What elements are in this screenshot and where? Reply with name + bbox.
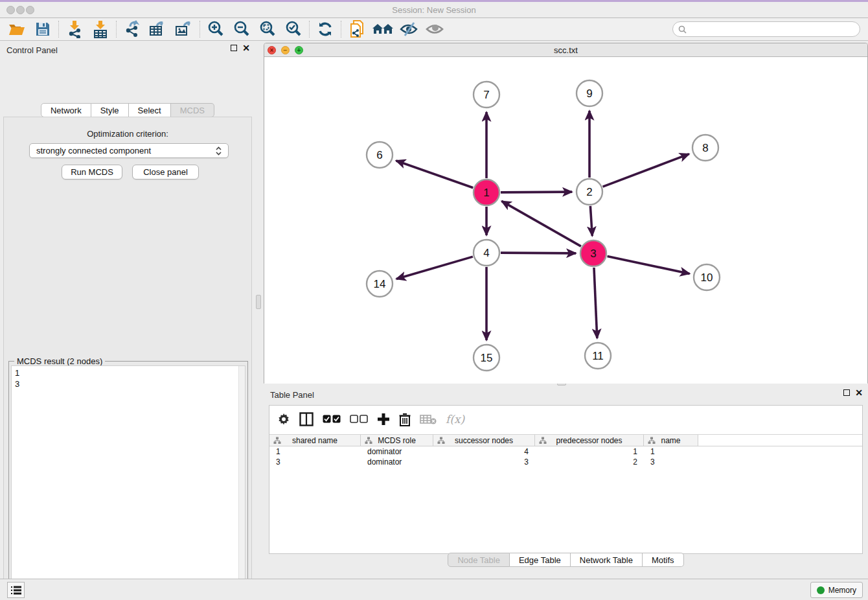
table-toolbar: f(x)	[269, 406, 862, 434]
select-all-icon[interactable]	[323, 411, 341, 428]
network-window-titlebar[interactable]: × − + scc.txt	[264, 43, 867, 57]
close-panel-icon[interactable]: ✕	[242, 45, 250, 51]
graph-edge-3-1[interactable]	[501, 201, 580, 246]
add-column-icon[interactable]	[377, 411, 390, 428]
control-panel-title: Control Panel	[6, 45, 58, 55]
status-bar: Memory	[0, 579, 868, 600]
table-cell: dominator	[361, 446, 433, 457]
memory-label: Memory	[828, 586, 856, 595]
table-tabs: Node TableEdge TableNetwork TableMotifs	[264, 553, 868, 567]
control-panel: Control Panel ✕ NetworkStyleSelectMCDS O…	[0, 41, 255, 579]
show-all-icon[interactable]	[422, 19, 448, 39]
float-table-panel-icon[interactable]	[843, 389, 850, 396]
close-table-panel-icon[interactable]: ✕	[855, 389, 863, 396]
column-header-predecessor-nodes[interactable]: predecessor nodes	[535, 435, 644, 446]
column-header-shared-name[interactable]: shared name	[269, 435, 361, 446]
network-view-window: × − + scc.txt 7968124314101511	[264, 43, 868, 384]
table-cell: dominator	[361, 457, 433, 467]
graph-edge-2-8[interactable]	[603, 154, 689, 187]
search-field[interactable]	[672, 21, 860, 37]
zoom-out-icon[interactable]	[229, 19, 255, 39]
table-cell: 3	[644, 457, 698, 467]
select-stepper-icon	[216, 146, 222, 156]
memory-button[interactable]: Memory	[810, 582, 863, 598]
column-view-icon[interactable]	[299, 411, 314, 428]
toolbar-separator	[341, 21, 341, 38]
open-session-icon[interactable]	[4, 19, 30, 39]
column-type-icon	[437, 437, 445, 444]
export-table-icon[interactable]	[145, 19, 171, 39]
tab-node-table[interactable]: Node Table	[448, 553, 510, 567]
column-type-icon	[648, 437, 656, 444]
close-panel-button[interactable]: Close panel	[132, 165, 199, 179]
graph-edge-4-3[interactable]	[501, 253, 576, 253]
float-panel-icon[interactable]	[231, 45, 237, 51]
tab-select[interactable]: Select	[129, 103, 171, 117]
column-header-MCDS-role[interactable]: MCDS role	[361, 435, 433, 446]
zoom-fit-icon[interactable]	[255, 19, 280, 39]
zoom-in-icon[interactable]	[203, 19, 229, 39]
mcds-result-group: MCDS result (2 nodes) 1 3	[8, 361, 248, 600]
column-label: name	[661, 436, 680, 445]
delete-column-icon[interactable]	[399, 411, 411, 428]
graph-edge-1-2[interactable]	[501, 192, 572, 192]
save-session-icon[interactable]	[30, 19, 56, 39]
mcds-result-text[interactable]: 1 3	[11, 365, 246, 600]
export-network-icon[interactable]	[119, 19, 145, 39]
result-scrollbar[interactable]	[238, 366, 245, 600]
import-network-icon[interactable]	[62, 19, 87, 39]
table-header-row: shared nameMCDS rolesuccessor nodesprede…	[269, 434, 862, 446]
network-from-selection-icon[interactable]	[344, 19, 370, 39]
delete-table-icon	[420, 411, 437, 428]
criterion-selected-value: strongly connected component	[36, 146, 151, 156]
graph-edge-3-10[interactable]	[608, 257, 690, 274]
graph-node-label-9: 9	[586, 87, 592, 100]
column-label: MCDS role	[378, 436, 416, 445]
toolbar-separator	[309, 21, 310, 38]
tab-network[interactable]: Network	[41, 103, 91, 117]
column-header-name[interactable]: name	[644, 435, 698, 446]
table-cell: 2	[535, 457, 644, 467]
table-panel-title: Table Panel	[270, 390, 314, 400]
search-icon	[678, 25, 687, 34]
hide-selected-icon[interactable]	[396, 19, 422, 39]
node-table-container: f(x) shared nameMCDS rolesuccessor nodes…	[269, 405, 863, 554]
graph-edge-4-14[interactable]	[396, 257, 473, 279]
table-row[interactable]: 3dominator323	[269, 457, 862, 467]
graph-node-label-10: 10	[701, 271, 713, 284]
table-cell: 1	[644, 446, 698, 457]
table-settings-icon[interactable]	[277, 411, 290, 428]
refresh-layout-icon[interactable]	[312, 19, 338, 39]
table-cell: 3	[269, 457, 361, 467]
deselect-all-icon[interactable]	[350, 411, 368, 428]
tab-motifs[interactable]: Motifs	[643, 553, 684, 567]
toolbar-separator	[200, 21, 200, 38]
graph-edge-1-6[interactable]	[396, 161, 473, 188]
tab-network-table[interactable]: Network Table	[571, 553, 643, 567]
network-canvas-svg[interactable]: 7968124314101511	[264, 57, 867, 384]
table-row[interactable]: 1dominator411	[269, 446, 862, 457]
tab-style[interactable]: Style	[91, 103, 129, 117]
tab-edge-table[interactable]: Edge Table	[510, 553, 571, 567]
run-mcds-button[interactable]: Run MCDS	[62, 165, 122, 179]
toolbar-separator	[116, 21, 117, 38]
export-image-icon[interactable]	[171, 19, 197, 39]
vertical-split-handle[interactable]	[256, 295, 261, 309]
graph-edge-2-3[interactable]	[590, 206, 592, 236]
first-neighbors-icon[interactable]	[370, 19, 396, 39]
graph-node-label-4: 4	[483, 247, 489, 259]
search-input[interactable]	[690, 25, 854, 34]
title-bar: Session: New Session	[0, 0, 868, 18]
criterion-select[interactable]: strongly connected component	[29, 143, 229, 158]
tab-mcds[interactable]: MCDS	[171, 103, 214, 117]
graph-node-label-14: 14	[374, 278, 386, 290]
column-header-successor-nodes[interactable]: successor nodes	[433, 435, 535, 446]
graph-edge-3-11[interactable]	[594, 268, 597, 338]
task-history-button[interactable]	[7, 582, 25, 598]
toolbar-separator	[58, 21, 59, 38]
zoom-selected-icon[interactable]	[280, 19, 306, 39]
graph-node-label-7: 7	[483, 89, 489, 101]
import-table-icon[interactable]	[87, 19, 113, 39]
list-icon	[11, 586, 21, 595]
function-builder-icon: f(x)	[446, 411, 464, 428]
